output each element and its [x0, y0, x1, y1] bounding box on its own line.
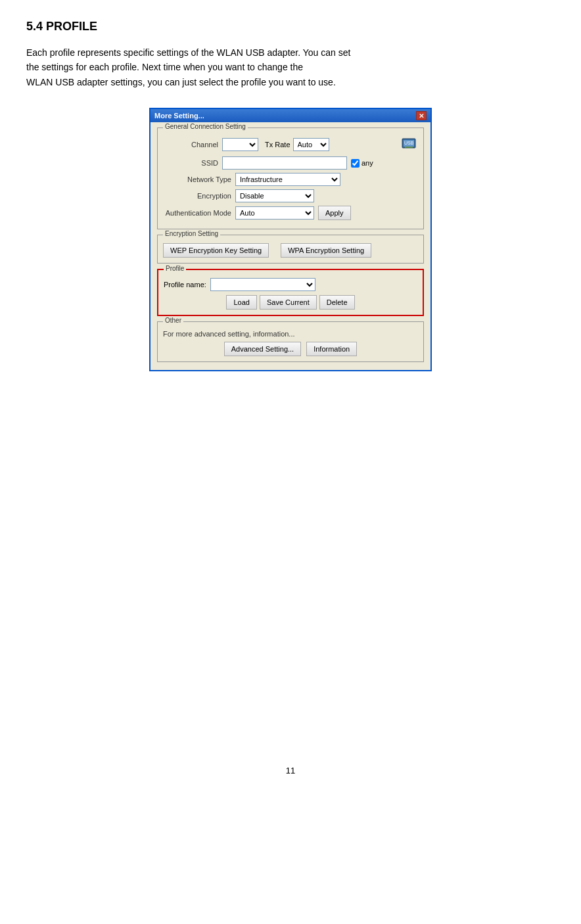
channel-select[interactable]: [222, 138, 258, 151]
network-type-label: Network Type: [163, 175, 235, 183]
dialog-close-button[interactable]: ✕: [416, 111, 427, 120]
wep-encryption-button[interactable]: WEP Encryption Key Setting: [163, 243, 269, 258]
ssid-label: SSID: [163, 159, 222, 167]
auth-mode-select[interactable]: Auto: [235, 206, 314, 219]
profile-buttons-row: Load Save Current Delete: [164, 295, 417, 310]
other-desc-text: For more advanced setting, information..…: [163, 330, 418, 338]
ssid-row: SSID any: [163, 156, 418, 170]
auth-mode-label: Authentication Mode: [163, 209, 235, 217]
network-type-select[interactable]: Infrastructure: [235, 173, 340, 186]
page-number: 11: [26, 766, 555, 775]
intro-text: Each profile represents specific setting…: [26, 45, 555, 89]
dialog-wrapper: More Setting... ✕ General Connection Set…: [26, 108, 555, 371]
advanced-setting-button[interactable]: Advanced Setting...: [224, 342, 301, 356]
general-connection-group: General Connection Setting Channel Tx Ra…: [157, 127, 424, 229]
network-type-row: Network Type Infrastructure: [163, 173, 418, 186]
general-connection-title: General Connection Setting: [163, 123, 248, 130]
wifi-icon: USB: [400, 136, 418, 153]
save-current-button[interactable]: Save Current: [260, 295, 317, 310]
auth-mode-row: Authentication Mode Auto Apply: [163, 206, 418, 220]
profile-group-title: Profile: [164, 265, 186, 272]
profile-group: Profile Profile name: Load Save Current …: [157, 269, 424, 316]
encryption-setting-content: WEP Encryption Key Setting WPA Encryptio…: [163, 243, 418, 258]
general-connection-content: Channel Tx Rate Auto: [163, 136, 418, 220]
any-label: any: [361, 159, 373, 167]
dialog-body: General Connection Setting Channel Tx Ra…: [151, 122, 430, 370]
profile-name-row: Profile name:: [164, 278, 417, 291]
other-content: For more advanced setting, information..…: [163, 330, 418, 356]
encryption-row: Encryption Disable: [163, 189, 418, 202]
encryption-label: Encryption: [163, 192, 235, 200]
svg-rect-2: [405, 147, 413, 148]
ssid-input[interactable]: [222, 156, 347, 170]
more-setting-dialog: More Setting... ✕ General Connection Set…: [149, 108, 432, 371]
page-title: 5.4 PROFILE: [26, 20, 555, 34]
encryption-setting-title: Encryption Setting: [163, 230, 220, 237]
profile-name-select[interactable]: [210, 278, 315, 291]
any-checkbox[interactable]: [351, 159, 360, 168]
profile-content: Profile name: Load Save Current Delete: [164, 278, 417, 310]
wpa-encryption-button[interactable]: WPA Encryption Setting: [281, 243, 371, 258]
load-button[interactable]: Load: [226, 295, 256, 310]
delete-button[interactable]: Delete: [319, 295, 355, 310]
svg-text:USB: USB: [404, 141, 414, 145]
other-group: Other For more advanced setting, informa…: [157, 321, 424, 362]
other-buttons-row: Advanced Setting... Information: [163, 342, 418, 356]
profile-name-label: Profile name:: [164, 281, 206, 289]
apply-button[interactable]: Apply: [318, 206, 351, 220]
dialog-title: More Setting...: [154, 112, 204, 120]
channel-label: Channel: [163, 141, 222, 149]
encryption-select[interactable]: Disable: [235, 189, 314, 202]
other-group-title: Other: [163, 317, 183, 324]
encryption-setting-group: Encryption Setting WEP Encryption Key Se…: [157, 235, 424, 264]
information-button[interactable]: Information: [306, 342, 357, 356]
txrate-label: Tx Rate: [265, 141, 290, 149]
channel-txrate-row: Channel Tx Rate Auto: [163, 136, 418, 153]
txrate-select[interactable]: Auto: [293, 138, 329, 151]
dialog-titlebar: More Setting... ✕: [151, 109, 430, 122]
